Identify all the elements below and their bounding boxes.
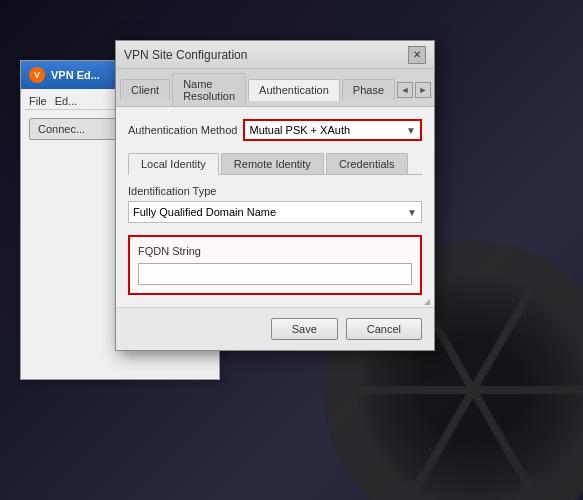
resize-handle[interactable]: ◢: [424, 297, 432, 305]
dialog-close-button[interactable]: ✕: [408, 46, 426, 64]
auth-method-select[interactable]: Mutual PSK + XAuth ▼: [243, 119, 422, 141]
dialog-titlebar: VPN Site Configuration ✕: [116, 41, 434, 69]
tab-bar: Client Name Resolution Authentication Ph…: [116, 69, 434, 107]
wheel-spoke-2: [470, 388, 537, 496]
fqdn-label: FQDN String: [138, 245, 412, 257]
auth-method-value: Mutual PSK + XAuth: [249, 124, 350, 136]
inner-tab-credentials[interactable]: Credentials: [326, 153, 408, 174]
tab-prev-button[interactable]: ◄: [397, 82, 413, 98]
auth-method-label: Authentication Method: [128, 124, 237, 136]
tab-authentication[interactable]: Authentication: [248, 79, 340, 101]
dialog-title: VPN Site Configuration: [124, 48, 247, 62]
wheel-spoke-3: [410, 388, 477, 496]
id-type-select[interactable]: Fully Qualified Domain Name ▼: [128, 201, 422, 223]
tab-next-button[interactable]: ►: [415, 82, 431, 98]
inner-tab-bar: Local Identity Remote Identity Credentia…: [128, 153, 422, 175]
tab-phase[interactable]: Phase: [342, 79, 395, 100]
wheel-spoke-1: [473, 386, 583, 394]
dialog-buttons: Save Cancel: [116, 307, 434, 350]
bg-menu-file: File: [29, 95, 47, 107]
dialog-content: Authentication Method Mutual PSK + XAuth…: [116, 107, 434, 307]
cancel-button[interactable]: Cancel: [346, 318, 422, 340]
id-type-dropdown-arrow: ▼: [407, 207, 417, 218]
id-type-value: Fully Qualified Domain Name: [133, 206, 276, 218]
bg-window-title: VPN Ed...: [51, 69, 100, 81]
bg-menu-edit: Ed...: [55, 95, 78, 107]
tab-name-resolution[interactable]: Name Resolution: [172, 73, 246, 106]
tab-client[interactable]: Client: [120, 79, 170, 100]
vpn-site-config-dialog: VPN Site Configuration ✕ Client Name Res…: [115, 40, 435, 351]
inner-tab-local-identity[interactable]: Local Identity: [128, 153, 219, 175]
id-type-label: Identification Type: [128, 185, 422, 197]
save-button[interactable]: Save: [271, 318, 338, 340]
auth-method-dropdown-arrow: ▼: [406, 125, 416, 136]
wheel-spoke-6: [470, 284, 537, 392]
bg-window-logo: V: [29, 67, 45, 83]
fqdn-input[interactable]: [138, 263, 412, 285]
inner-tab-remote-identity[interactable]: Remote Identity: [221, 153, 324, 174]
wheel-spoke-4: [353, 386, 473, 394]
fqdn-section: FQDN String: [128, 235, 422, 295]
tab-nav-buttons: ◄ ►: [397, 82, 431, 98]
auth-method-row: Authentication Method Mutual PSK + XAuth…: [128, 119, 422, 141]
